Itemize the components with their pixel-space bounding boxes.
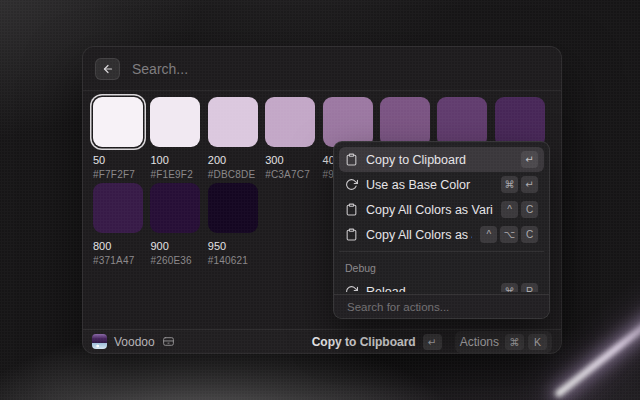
c-key-badge: C [521,226,538,243]
menu-item-label: Copy to Clipboard [366,153,513,167]
menu-section-debug: Debug [339,256,544,279]
actions-button[interactable]: Actions ⌘ K [455,331,552,353]
color-swatch[interactable] [150,97,200,147]
search-input[interactable] [130,60,549,78]
color-swatch[interactable] [93,183,143,233]
control-key-badge: ^ [501,201,518,218]
action-menu: Copy to Clipboard ↵ Use as Base Color ⌘ … [333,141,550,319]
swatch-cell: 200 #DBC8DE [208,97,258,180]
return-key-badge: ↵ [423,334,442,350]
swatch-cell: 100 #F1E9F2 [150,97,200,180]
swatch-label: 300 [265,154,315,166]
swatch-label: 50 [93,154,143,166]
menu-item-reload[interactable]: Reload ⌘ R [339,279,544,292]
color-swatch[interactable] [265,97,315,147]
clipboard-icon [345,203,358,216]
rotate-cw-icon [345,178,358,191]
option-key-badge: ⌥ [500,226,518,243]
palette-deck-icon [162,335,175,348]
color-swatch[interactable] [208,97,258,147]
clipboard-icon [345,228,358,241]
rotate-cw-icon [345,285,358,292]
command-key-badge: ⌘ [505,334,524,350]
swatch-hex: #371A47 [93,255,143,266]
color-swatch[interactable] [437,97,487,147]
swatch-label: 950 [208,240,258,252]
menu-item-use-as-base-color[interactable]: Use as Base Color ⌘ ↵ [339,172,544,197]
menu-divider [339,251,544,252]
return-key-badge: ↵ [521,176,538,193]
swatch-cell: 50 #F7F2F7 [93,97,143,180]
arrow-left-icon [102,63,114,75]
control-key-badge: ^ [480,226,497,243]
r-key-badge: R [521,283,538,292]
clipboard-icon [345,153,358,166]
swatch-hex: #F1E9F2 [150,169,200,180]
return-key-badge: ↵ [521,151,538,168]
k-key-badge: K [528,334,547,350]
c-key-badge: C [521,201,538,218]
primary-action-label[interactable]: Copy to Clipboard [312,335,416,349]
back-button[interactable] [95,58,120,80]
command-key-badge: ⌘ [501,176,518,193]
menu-item-label: Use as Base Color [366,178,493,192]
swatch-hex: #DBC8DE [208,169,258,180]
swatch-label: 200 [208,154,258,166]
actions-label: Actions [460,335,499,349]
swatch-hex: #F7F2F7 [93,169,143,180]
color-swatch[interactable] [150,183,200,233]
color-swatch[interactable] [323,97,373,147]
status-bar: Voodoo Copy to Clipboard ↵ Actions ⌘ K [83,329,561,353]
swatch-cell: 800 #371A47 [93,183,143,266]
menu-item-label: Copy All Colors as JSON [366,228,472,242]
app-name: Voodoo [114,335,155,349]
command-key-badge: ⌘ [501,283,518,292]
swatch-hex: #C3A7C7 [265,169,315,180]
swatch-cell: 950 #140621 [208,183,258,266]
color-swatch[interactable] [380,97,430,147]
menu-item-copy-all-variable-declarations[interactable]: Copy All Colors as Variable Declara... ^… [339,197,544,222]
search-bar [83,47,561,91]
swatch-cell: 300 #C3A7C7 [265,97,315,180]
swatch-cell: 900 #260E36 [150,183,200,266]
swatch-label: 800 [93,240,143,252]
swatch-hex: #140621 [208,255,258,266]
menu-item-label: Copy All Colors as Variable Declara... [366,203,493,217]
actions-search-bar [334,294,549,318]
color-swatch[interactable] [93,97,143,147]
menu-item-copy-to-clipboard[interactable]: Copy to Clipboard ↵ [339,147,544,172]
desktop: 50 #F7F2F7 100 #F1E9F2 200 #DBC8DE 300 #… [0,0,640,400]
swatch-label: 100 [150,154,200,166]
voodoo-app-icon [92,334,107,349]
menu-item-label: Reload [366,285,493,293]
menu-item-copy-all-json[interactable]: Copy All Colors as JSON ^ ⌥ C [339,222,544,247]
action-menu-list: Copy to Clipboard ↵ Use as Base Color ⌘ … [339,147,544,292]
color-swatch[interactable] [495,97,545,147]
swatch-hex: #260E36 [150,255,200,266]
swatch-label: 900 [150,240,200,252]
actions-search-input[interactable] [345,300,538,314]
color-swatch[interactable] [208,183,258,233]
